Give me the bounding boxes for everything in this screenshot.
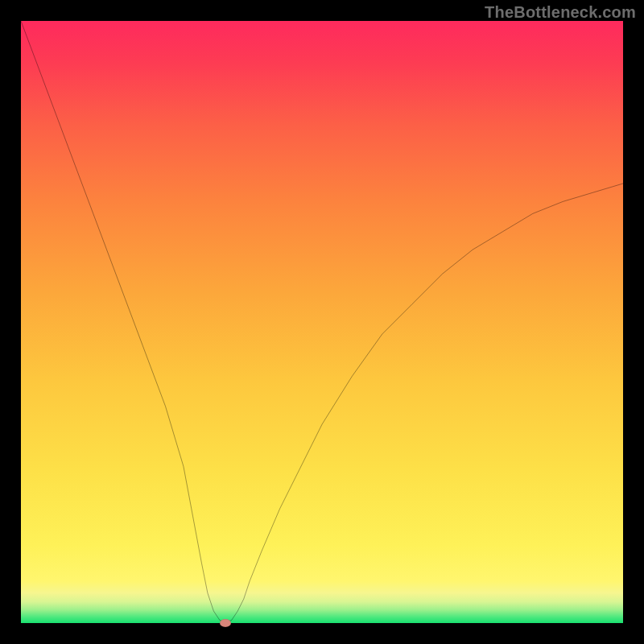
plot-area — [21, 21, 623, 623]
chart-frame: TheBottleneck.com — [0, 0, 644, 644]
watermark-text: TheBottleneck.com — [485, 3, 636, 22]
bottleneck-curve — [21, 21, 623, 623]
optimal-point-marker — [220, 619, 231, 627]
